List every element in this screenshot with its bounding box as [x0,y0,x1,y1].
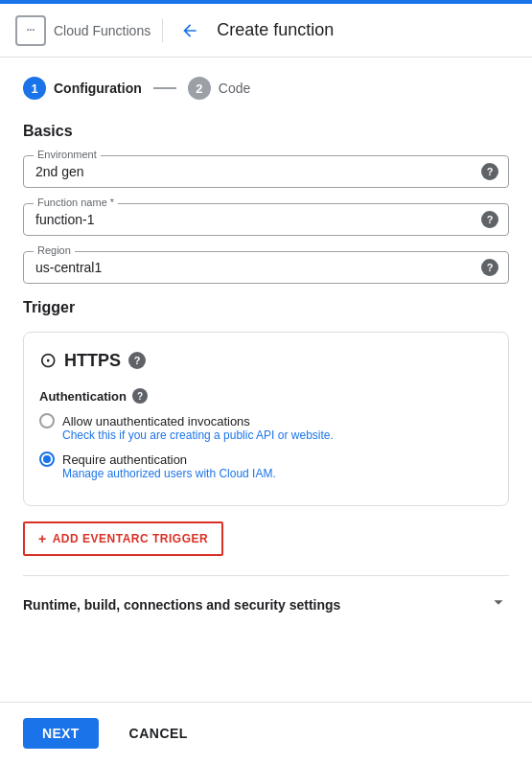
trigger-section: Trigger ⊙ HTTPS ? Authentication ? Allow… [23,299,509,633]
logo-icon: ··· [15,15,46,46]
add-eventarc-button[interactable]: + ADD EVENTARC TRIGGER [23,521,223,556]
chevron-down-icon [488,591,509,617]
trigger-title: Trigger [23,299,509,316]
region-value: us-central1 [35,258,102,275]
stepper: 1 Configuration 2 Code [0,58,532,115]
cancel-button[interactable]: CANCEL [114,718,203,749]
radio-sublabel-2[interactable]: Manage authorized users with Cloud IAM. [62,467,493,480]
function-name-label: Function name [34,197,118,208]
environment-help-icon[interactable]: ? [481,163,498,180]
environment-value: 2nd gen [35,162,84,179]
function-name-value: function-1 [35,210,94,227]
app-header: ··· Cloud Functions Create function [0,4,532,58]
trigger-help-icon[interactable]: ? [128,352,146,369]
trigger-globe-icon: ⊙ [39,348,57,373]
function-name-field[interactable]: Function name function-1 ? [23,203,509,236]
environment-field[interactable]: Environment 2nd gen ? [23,155,509,188]
step-2-label: Code [219,81,250,96]
next-button[interactable]: NEXT [23,718,99,749]
footer: NEXT CANCEL [0,702,532,764]
radio-inner-2 [43,455,51,463]
region-field[interactable]: Region us-central1 ? [23,251,509,284]
back-button[interactable] [174,15,205,46]
main-content: Basics Environment 2nd gen ? Function na… [0,123,532,709]
runtime-label: Runtime, build, connections and security… [23,597,340,613]
basics-title: Basics [23,123,509,140]
radio-label-1[interactable]: Allow unauthenticated invocations [39,413,493,428]
trigger-box: ⊙ HTTPS ? Authentication ? Allow unauthe… [23,332,509,506]
add-eventarc-icon: + [38,531,47,546]
region-help-icon[interactable]: ? [481,259,498,276]
step-connector [153,87,176,89]
auth-section-title: Authentication ? [39,388,493,404]
radio-sublabel-1[interactable]: Check this if you are creating a public … [62,428,493,442]
radio-option-authenticated[interactable]: Require authentication Manage authorized… [39,451,493,480]
step-1: 1 Configuration [23,77,142,100]
runtime-section[interactable]: Runtime, build, connections and security… [23,575,509,633]
environment-label: Environment [34,149,101,160]
step-1-circle: 1 [23,77,46,100]
auth-help-icon[interactable]: ? [132,388,148,404]
trigger-header: ⊙ HTTPS ? [39,348,493,373]
function-name-help-icon[interactable]: ? [481,211,498,228]
region-label: Region [34,244,75,256]
radio-label-2[interactable]: Require authentication [39,451,493,467]
radio-btn-2[interactable] [39,451,55,467]
header-divider [162,19,163,42]
step-1-label: Configuration [54,81,142,96]
trigger-type-label: HTTPS [64,351,121,371]
step-2-circle: 2 [188,77,211,100]
app-logo: ··· Cloud Functions [15,15,150,46]
app-name: Cloud Functions [54,23,150,38]
radio-btn-1[interactable] [39,413,55,428]
step-2: 2 Code [188,77,250,100]
page-title: Create function [217,20,334,40]
radio-option-unauthenticated[interactable]: Allow unauthenticated invocations Check … [39,413,493,442]
